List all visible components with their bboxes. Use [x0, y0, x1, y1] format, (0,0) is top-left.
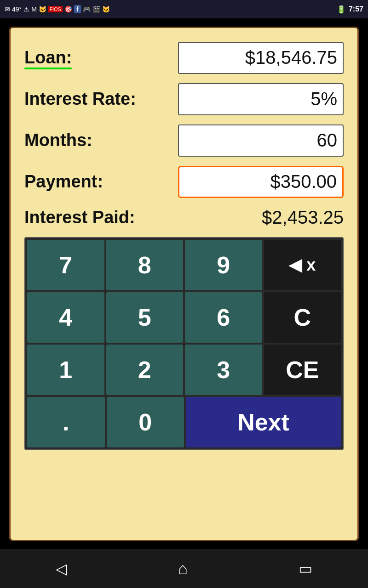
cat2-icon: 🐱 — [102, 6, 110, 13]
calculator-panel: Loan: $18,546.75 Interest Rate: 5% Month… — [9, 27, 359, 541]
key-2[interactable]: 2 — [106, 345, 184, 395]
months-label: Months: — [24, 130, 92, 150]
target-icon: 🎯 — [64, 6, 72, 13]
interest-rate-label: Interest Rate: — [24, 89, 136, 109]
keypad-row-2: 4 5 6 C — [27, 292, 341, 343]
status-bar: ✉ 49° ⚠ M 🐱 FiOS 🎯 f 🎮 🎬 🐱 🔋 7:57 — [0, 0, 368, 18]
key-8[interactable]: 8 — [106, 240, 184, 290]
facebook-icon: f — [74, 5, 81, 13]
key-7[interactable]: 7 — [27, 240, 104, 290]
payment-row: Payment: $350.00 — [24, 166, 344, 198]
interest-paid-value: $2,453.25 — [262, 207, 344, 228]
key-4[interactable]: 4 — [27, 292, 104, 343]
key-ce[interactable]: CE — [264, 345, 341, 395]
nav-recent-button[interactable]: ▭ — [299, 560, 312, 577]
wallet-icon: 🎮 — [83, 6, 91, 13]
keypad-row-1: 7 8 9 ◀ x — [27, 240, 341, 290]
payment-label: Payment: — [24, 172, 103, 192]
nav-home-button[interactable]: ⌂ — [178, 559, 188, 578]
store-icon: 🎬 — [92, 6, 100, 13]
key-9[interactable]: 9 — [185, 240, 262, 290]
loan-label: Loan: — [24, 48, 72, 68]
keypad-row-4: . 0 Next — [27, 397, 341, 447]
temperature-label: 49° — [12, 6, 22, 13]
interest-rate-value[interactable]: 5% — [178, 83, 344, 115]
months-row: Months: 60 — [24, 124, 344, 157]
key-6[interactable]: 6 — [185, 292, 262, 343]
nav-back-button[interactable]: ◁ — [56, 560, 67, 577]
key-clear[interactable]: C — [264, 292, 341, 343]
nav-bar: ◁ ⌂ ▭ — [0, 549, 368, 588]
interest-paid-label: Interest Paid: — [24, 208, 135, 227]
key-decimal[interactable]: . — [27, 397, 105, 447]
status-icons-left: ✉ 49° ⚠ M 🐱 FiOS 🎯 f 🎮 🎬 🐱 — [5, 5, 110, 13]
loan-value[interactable]: $18,546.75 — [178, 42, 344, 74]
key-1[interactable]: 1 — [27, 345, 104, 395]
interest-paid-row: Interest Paid: $2,453.25 — [24, 207, 344, 228]
status-icons-right: 🔋 7:57 — [337, 5, 363, 14]
app-container: Loan: $18,546.75 Interest Rate: 5% Month… — [0, 18, 368, 549]
keypad: 7 8 9 ◀ x 4 5 6 C 1 2 3 CE . 0 — [24, 237, 344, 450]
key-backspace[interactable]: ◀ x — [264, 240, 341, 290]
key-next[interactable]: Next — [186, 397, 341, 447]
battery-icon: 🔋 — [337, 5, 346, 14]
time-label: 7:57 — [349, 5, 363, 13]
interest-rate-row: Interest Rate: 5% — [24, 83, 344, 115]
cat-icon: 🐱 — [39, 6, 46, 13]
alert-icon: ⚠ — [23, 6, 29, 13]
email-icon: ✉ — [5, 6, 10, 13]
gmail-icon: M — [31, 6, 37, 13]
key-3[interactable]: 3 — [185, 345, 262, 395]
loan-row: Loan: $18,546.75 — [24, 42, 344, 74]
key-0[interactable]: 0 — [107, 397, 184, 447]
key-5[interactable]: 5 — [106, 292, 184, 343]
keypad-row-3: 1 2 3 CE — [27, 345, 341, 395]
payment-value[interactable]: $350.00 — [178, 166, 344, 198]
fios-icon: FiOS — [48, 6, 63, 12]
months-value[interactable]: 60 — [178, 124, 344, 157]
